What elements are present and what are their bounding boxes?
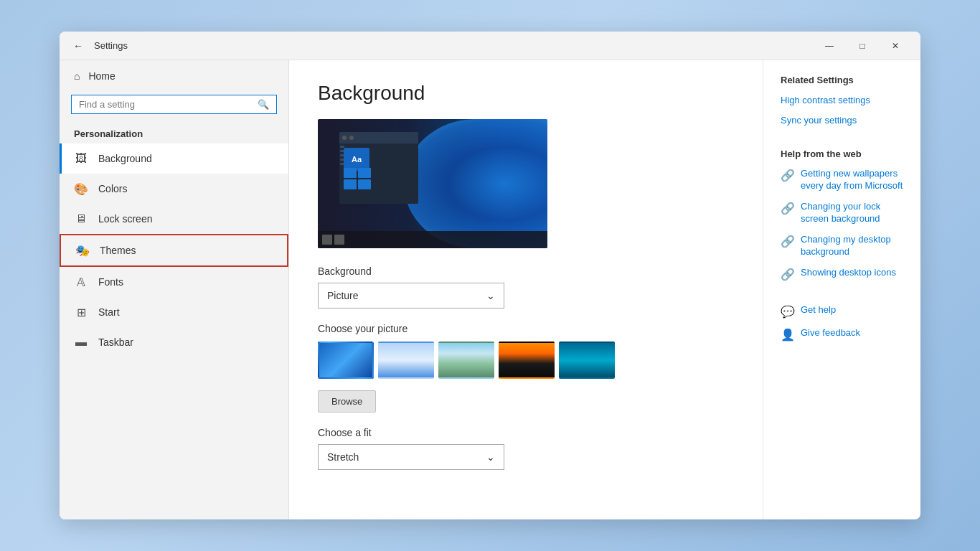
get-help-item[interactable]: 💬 Get help [781, 304, 903, 319]
give-feedback-link[interactable]: Give feedback [801, 327, 860, 339]
separator2 [781, 290, 903, 304]
thumb-4[interactable] [499, 342, 555, 379]
preview-window-top [339, 132, 418, 143]
help-link-1[interactable]: Changing your lock screen background [801, 201, 903, 225]
lock-screen-icon: 🖥 [74, 212, 88, 226]
choose-picture-label: Choose your picture [318, 323, 734, 334]
sidebar-item-themes[interactable]: 🎭 Themes [60, 234, 288, 267]
window-controls: — □ ✕ [813, 32, 912, 60]
get-help-link[interactable]: Get help [801, 304, 836, 316]
titlebar: ← Settings — □ ✕ [60, 32, 920, 60]
taskbar-icon1 [322, 235, 332, 245]
thumb-1[interactable] [318, 342, 374, 379]
pictures-row [318, 342, 734, 379]
sidebar-item-fonts-label: Fonts [98, 276, 123, 288]
preview-window: Aa [339, 132, 418, 204]
preview-image: Aa [318, 119, 547, 248]
help-link-0[interactable]: Getting new wallpapers every day from Mi… [801, 168, 903, 192]
cell4 [358, 179, 371, 189]
choose-fit-label: Choose a fit [318, 427, 734, 438]
sidebar-item-taskbar[interactable]: ▬ Taskbar [60, 327, 288, 357]
search-icon: 🔍 [258, 99, 269, 110]
fonts-icon: 𝔸 [74, 275, 88, 289]
help-icon-0: 🔗 [781, 169, 795, 182]
thumb-5[interactable] [559, 342, 615, 379]
give-feedback-icon: 👤 [781, 328, 795, 342]
separator [781, 134, 903, 149]
fit-dropdown[interactable]: Stretch ⌄ [318, 444, 504, 470]
help-icon-3: 🔗 [781, 268, 795, 281]
minimize-button[interactable]: — [813, 32, 846, 60]
preview-dot2 [349, 136, 354, 140]
wallpaper-swirl [404, 119, 547, 248]
preview-dot [342, 136, 347, 140]
colors-icon: 🎨 [74, 182, 88, 196]
sidebar-item-taskbar-label: Taskbar [98, 336, 133, 348]
cell2 [358, 168, 371, 178]
help-item-1[interactable]: 🔗 Changing your lock screen background [781, 201, 903, 225]
related-link-sync[interactable]: Sync your settings [781, 114, 903, 127]
help-icon-2: 🔗 [781, 235, 795, 248]
sidebar-item-lock-screen-label: Lock screen [98, 213, 152, 225]
maximize-button[interactable]: □ [846, 32, 879, 60]
help-item-3[interactable]: 🔗 Showing desktop icons [781, 267, 903, 281]
start-icon: ⊞ [74, 305, 88, 319]
thumb-3[interactable] [438, 342, 494, 379]
sidebar-item-background-label: Background [98, 153, 152, 164]
sidebar-item-home[interactable]: ⌂ Home [60, 60, 288, 92]
back-button[interactable]: ← [68, 36, 88, 56]
background-dropdown-value: Picture [327, 290, 359, 301]
sidebar-item-colors-label: Colors [98, 183, 127, 194]
window-title: Settings [94, 40, 813, 51]
sidebar-item-themes-label: Themes [100, 245, 136, 256]
sidebar-item-colors[interactable]: 🎨 Colors [60, 174, 288, 204]
sidebar-item-lock-screen[interactable]: 🖥 Lock screen [60, 204, 288, 234]
sidebar-item-background[interactable]: 🖼 Background [60, 143, 288, 174]
related-link-high-contrast[interactable]: High contrast settings [781, 94, 903, 107]
background-section-label: Background [318, 265, 734, 277]
sidebar-section-title: Personalization [60, 123, 288, 143]
cell1 [344, 168, 357, 178]
themes-icon: 🎭 [75, 243, 90, 258]
help-item-2[interactable]: 🔗 Changing my desktop background [781, 234, 903, 258]
help-from-web-title: Help from the web [781, 149, 903, 159]
main-area: ⌂ Home 🔍 Personalization 🖼 Background 🎨 … [60, 60, 920, 519]
help-item-0[interactable]: 🔗 Getting new wallpapers every day from … [781, 168, 903, 192]
help-link-2[interactable]: Changing my desktop background [801, 234, 903, 258]
taskbar-icon: ▬ [74, 335, 88, 349]
related-panel: Related Settings High contrast settings … [763, 60, 920, 519]
preview-grid [344, 168, 371, 189]
fit-dropdown-chevron: ⌄ [486, 451, 495, 463]
sidebar: ⌂ Home 🔍 Personalization 🖼 Background 🎨 … [60, 60, 289, 519]
settings-window: ← Settings — □ ✕ ⌂ Home 🔍 Personalizatio… [60, 32, 920, 519]
cell3 [344, 179, 357, 189]
browse-button[interactable]: Browse [318, 390, 376, 413]
home-icon: ⌂ [74, 70, 80, 82]
sidebar-item-fonts[interactable]: 𝔸 Fonts [60, 267, 288, 297]
help-link-3[interactable]: Showing desktop icons [801, 267, 896, 279]
get-help-icon: 💬 [781, 305, 795, 319]
background-dropdown[interactable]: Picture ⌄ [318, 283, 504, 309]
related-settings-title: Related Settings [781, 75, 903, 85]
content-area: Background Aa [289, 60, 763, 519]
sidebar-item-start[interactable]: ⊞ Start [60, 297, 288, 327]
sidebar-item-start-label: Start [98, 306, 120, 318]
give-feedback-item[interactable]: 👤 Give feedback [781, 327, 903, 342]
thumb-2[interactable] [378, 342, 434, 379]
page-title: Background [318, 82, 734, 105]
sidebar-home-label: Home [88, 70, 115, 82]
taskbar-icon2 [334, 235, 344, 245]
search-box[interactable]: 🔍 [71, 95, 277, 114]
help-icon-1: 🔗 [781, 202, 795, 215]
background-dropdown-chevron: ⌄ [486, 290, 495, 301]
preview-taskbar [318, 231, 547, 248]
search-input[interactable] [79, 99, 252, 110]
close-button[interactable]: ✕ [879, 32, 912, 60]
fit-dropdown-value: Stretch [327, 451, 359, 463]
background-icon: 🖼 [74, 151, 88, 166]
